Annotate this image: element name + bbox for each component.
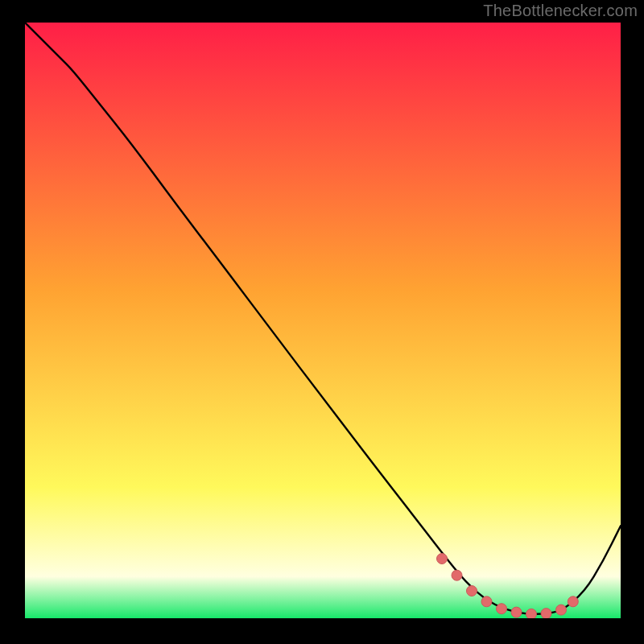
highlight-dot: [556, 605, 567, 615]
plot-area: [25, 23, 621, 618]
chart-frame: TheBottlenecker.com: [0, 0, 644, 644]
highlight-dot: [526, 609, 537, 618]
highlight-dot: [511, 607, 522, 617]
highlight-dot: [452, 570, 462, 580]
highlight-dot: [467, 586, 477, 597]
highlight-dot: [568, 597, 578, 607]
highlight-dot: [541, 609, 551, 618]
highlight-dot: [481, 597, 492, 607]
watermark-text: TheBottlenecker.com: [483, 2, 638, 20]
plot-svg: [25, 23, 621, 618]
gradient-background: [25, 23, 621, 618]
highlight-dot: [497, 604, 507, 614]
highlight-dot: [437, 554, 448, 564]
